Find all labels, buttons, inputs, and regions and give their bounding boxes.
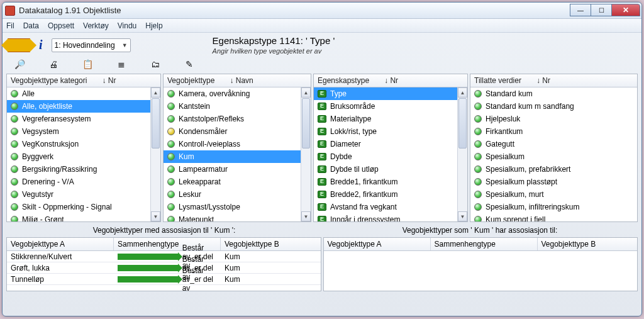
binoculars-icon[interactable]: 🔎 <box>14 59 25 70</box>
list-item[interactable]: Lokk/rist, type <box>314 125 467 138</box>
list-item[interactable]: Vegreferansesystem <box>7 113 160 125</box>
list-item[interactable]: Type <box>314 87 467 100</box>
dot-icon <box>474 191 482 198</box>
list-item-label: Lampearmatur <box>179 165 228 174</box>
close-button[interactable]: ✕ <box>611 4 640 16</box>
assoc-row[interactable]: TunnelløpBestår av_er del avKum <box>7 274 321 285</box>
lines-icon[interactable]: ≣ <box>116 59 127 70</box>
list-item-label: Leskur <box>179 190 201 199</box>
arrow-icon <box>118 254 179 260</box>
minimize-button[interactable]: — <box>570 4 591 16</box>
list-item[interactable]: Spesialkum plasstøpt <box>470 176 637 188</box>
assoc-right-panel: Vegobjekttype A Sammenhengtype Vegobjekt… <box>323 237 638 291</box>
list-item[interactable]: Leskur <box>164 188 311 201</box>
list-item[interactable]: VegKonstruksjon <box>7 138 160 150</box>
panel3-head1[interactable]: Egenskapstype <box>318 76 369 85</box>
assoc-left-title: Vegobjekttyper med assosiasjon til ' Kum… <box>6 223 322 237</box>
list-item[interactable]: Skilt - Oppmerking - Signal <box>7 201 160 213</box>
info-icon[interactable]: i <box>36 38 45 52</box>
menu-hjelp[interactable]: Hjelp <box>145 21 162 30</box>
list-item[interactable]: Kamera, overvåkning <box>164 87 311 100</box>
hovedinndeling-combo[interactable]: 1: Hovedinndeling ▼ <box>52 38 131 52</box>
list-item[interactable]: Standard kum <box>470 87 637 100</box>
app-icon <box>5 6 15 16</box>
assoc-a: Stikkrenne/Kulvert <box>7 252 114 261</box>
list-item[interactable]: Spesialkum, prefabrikkert <box>470 163 637 176</box>
list-item[interactable]: Materialtype <box>314 113 467 125</box>
list-item[interactable]: Gategutt <box>470 138 637 150</box>
list-item[interactable]: Alle, objektliste <box>7 100 160 113</box>
edit-icon[interactable]: ✎ <box>184 59 195 70</box>
list-item[interactable]: Matepunkt <box>164 213 311 221</box>
assoc-headB-l[interactable]: Vegobjekttype B <box>221 238 321 250</box>
assoc-headB-r[interactable]: Vegobjekttype B <box>538 238 638 250</box>
paste-icon[interactable]: 📋 <box>82 59 93 70</box>
menu-data[interactable]: Data <box>23 21 39 30</box>
list-item[interactable]: Spesialkum <box>470 150 637 163</box>
list-item[interactable]: Bredde1, firkantkum <box>314 176 467 188</box>
list-item[interactable]: Kondensmåler <box>164 125 311 138</box>
list-item[interactable]: Alle <box>7 87 160 100</box>
panel3-head2[interactable]: ↓ Nr <box>384 76 398 85</box>
assoc-headA-l[interactable]: Vegobjekttype A <box>7 238 114 250</box>
panel2-head2[interactable]: ↓ Navn <box>230 76 253 85</box>
list-item[interactable]: Dybde <box>314 150 467 163</box>
list-item[interactable]: Miljø - Grønt <box>7 213 160 221</box>
menu-verktoy[interactable]: Verktøy <box>83 21 109 30</box>
dot-icon <box>474 216 482 221</box>
menu-fil[interactable]: Fil <box>6 21 14 30</box>
list-item[interactable]: Kantstein <box>164 100 311 113</box>
e-icon <box>318 128 326 135</box>
dot-icon <box>167 153 175 160</box>
list-item[interactable]: Diameter <box>314 138 467 150</box>
list-item[interactable]: Vegsystem <box>7 125 160 138</box>
assoc-a: Grøft, lukka <box>7 264 114 272</box>
list-item[interactable]: Firkantkum <box>470 125 637 138</box>
e-icon <box>318 90 326 98</box>
list-item-label: Standard kum <box>486 89 533 98</box>
assoc-headS-r[interactable]: Sammenhengtype <box>431 238 538 250</box>
header-subtitle: Angir hvilken type vegobjektet er av <box>213 47 335 55</box>
assoc-headA-r[interactable]: Vegobjekttype A <box>324 238 431 250</box>
list-item[interactable]: Dybde til utløp <box>314 163 467 176</box>
list-item[interactable]: Vegutstyr <box>7 188 160 201</box>
list-item[interactable]: Kontroll-/veieplass <box>164 138 311 150</box>
panel4-head2[interactable]: ↓ Nr <box>536 76 550 85</box>
panel1-head2[interactable]: ↓ Nr <box>102 76 116 85</box>
list-item[interactable]: Lysmast/Lysstolpe <box>164 201 311 213</box>
menu-vindu[interactable]: Vindu <box>118 21 136 30</box>
print-icon[interactable]: 🖨 <box>48 59 59 70</box>
scrollbar[interactable]: ▲▼ <box>457 87 467 221</box>
list-item[interactable]: Spesialkum, infiltreringskum <box>470 201 637 213</box>
list-item[interactable]: Kum <box>164 150 311 163</box>
scrollbar[interactable]: ▲▼ <box>150 87 160 221</box>
assoc-left-panel: Vegobjekttype A Sammenhengtype Vegobjekt… <box>6 237 321 291</box>
panel2-head1[interactable]: Vegobjekttype <box>167 76 214 85</box>
list-item[interactable]: Drenering - V/A <box>7 176 160 188</box>
list-item[interactable]: Bruksområde <box>314 100 467 113</box>
menu-oppsett[interactable]: Oppsett <box>48 21 74 30</box>
list-item[interactable]: Lekeapparat <box>164 176 311 188</box>
list-item[interactable]: Standard kum m sandfang <box>470 100 637 113</box>
list-item[interactable]: Spesialkum, murt <box>470 188 637 201</box>
list-item[interactable]: Byggverk <box>7 150 160 163</box>
panel4-head1[interactable]: Tillatte verdier <box>474 76 521 85</box>
assoc-a: Tunnelløp <box>7 275 114 284</box>
list-item-label: Spesialkum <box>486 152 525 161</box>
scrollbar[interactable]: ▲▼ <box>301 87 311 221</box>
tree-icon[interactable]: 🗂 <box>150 59 161 70</box>
list-item[interactable]: Kantstolper/Refleks <box>164 113 311 125</box>
panel-tillatte-verdier: Tillatte verdier↓ Nr Standard kumStandar… <box>470 74 638 222</box>
list-item-label: Vegreferansesystem <box>22 115 91 123</box>
panel1-head1[interactable]: Vegobjekttype kategori <box>11 76 87 85</box>
list-item[interactable]: Bredde2, firkantkum <box>314 188 467 201</box>
list-item[interactable]: Kum sprengt i fjell <box>470 213 637 221</box>
list-item[interactable]: Avstand fra vegkant <box>314 201 467 213</box>
assoc-b: Kum <box>221 275 321 284</box>
list-item[interactable]: Lampearmatur <box>164 163 311 176</box>
list-item[interactable]: Bergsikring/Rassikring <box>7 163 160 176</box>
list-item-label: Inngår i drenssystem <box>330 215 400 221</box>
list-item[interactable]: Inngår i drenssystem <box>314 213 467 221</box>
maximize-button[interactable]: ☐ <box>591 4 612 16</box>
list-item[interactable]: Hjelpesluk <box>470 113 637 125</box>
